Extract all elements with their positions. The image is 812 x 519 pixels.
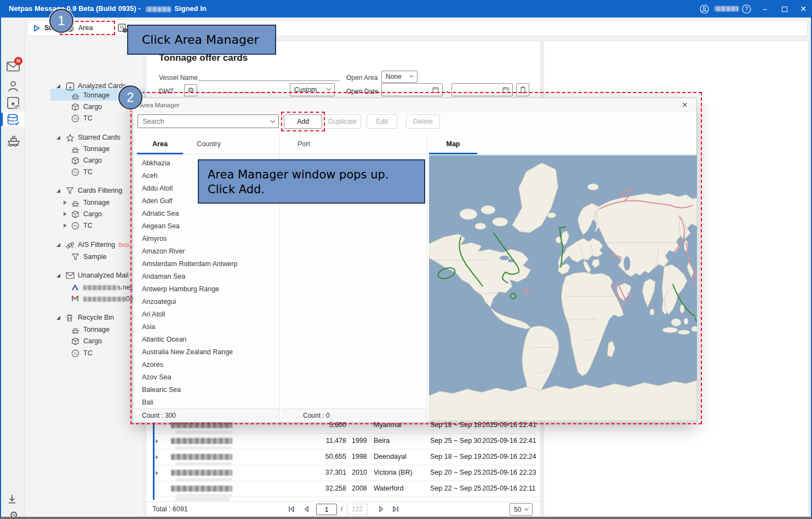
table-row[interactable]: 37,301 2010 Victoria (BR) Sep 20 ~ Sep 2… [153, 465, 536, 481]
prev-page-button[interactable] [302, 505, 311, 514]
tree-label: Starred Cards [78, 134, 121, 141]
new-mail-badge: N [14, 57, 22, 65]
cell-updated: 2025-09-16 22:11 [482, 485, 536, 492]
expanded-icon[interactable] [56, 84, 60, 88]
chevron-down-icon [524, 508, 529, 511]
first-page-button[interactable] [288, 505, 296, 514]
redacted-username [146, 7, 171, 12]
step-2-badge: 2 [118, 85, 142, 109]
titlebar: Netpas Message 0.9 Beta (Build 0935) - S… [1, 0, 811, 18]
row-expand-icon[interactable] [156, 471, 158, 475]
chevron-down-icon [409, 75, 414, 78]
minimize-button[interactable]: – [755, 0, 775, 18]
collapsed-icon[interactable] [64, 212, 67, 216]
pagination-bar: Total : 6091 / 122 50 [146, 501, 540, 516]
analyzed-cards-icon: ♠ [66, 82, 75, 91]
collapsed-icon[interactable] [64, 223, 67, 228]
tc-circle-icon: TC [71, 349, 80, 358]
page-number-input[interactable] [316, 504, 337, 515]
last-page-button[interactable] [392, 505, 401, 514]
play-icon [33, 25, 40, 32]
tree-label: TC [83, 168, 93, 176]
tc-circle-icon: TC [71, 168, 80, 177]
satellite-icon [66, 241, 75, 250]
tree-label: TC [83, 114, 93, 122]
tree-label: Cargo [83, 210, 102, 218]
maximize-button[interactable] [775, 0, 794, 18]
cell-updated: 2025-09-16 22:41 [482, 437, 536, 445]
settings-gear-icon[interactable]: ⚙ [7, 509, 21, 519]
cell-port: Waterford [374, 485, 403, 492]
cell-laycan: Sep 20 ~ Sep 25 [430, 469, 481, 476]
svg-text:TC: TC [73, 117, 77, 120]
svg-text:♠: ♠ [69, 85, 72, 90]
tc-circle-icon: TC [71, 114, 80, 123]
redacted-vessel-name [171, 470, 232, 476]
tonnage-ship-icon [71, 326, 80, 335]
collapsed-icon[interactable] [64, 200, 67, 205]
cell-port: Deendayal [374, 453, 407, 460]
row-expand-icon[interactable] [156, 455, 158, 459]
ship-icon[interactable] [7, 134, 21, 147]
expanded-icon[interactable] [56, 274, 60, 278]
redacted-vessel-name [171, 454, 232, 460]
total-pages-box: 122 [347, 504, 368, 515]
tree-label: Cargo [83, 103, 102, 111]
active-rail-indicator [1, 113, 3, 126]
close-button[interactable]: ✕ [794, 0, 812, 18]
left-rail: N ♠ ⚙ [1, 18, 25, 517]
account-icon[interactable] [698, 0, 710, 18]
tree-label: Recycle Bin [78, 314, 114, 321]
callout-line: Click Add. [208, 182, 424, 197]
help-icon[interactable]: ? [739, 0, 754, 18]
tree-label: Tonnage [83, 199, 110, 206]
row-expand-icon[interactable] [156, 439, 158, 443]
tc-circle-icon: TC [71, 222, 80, 230]
cell-dwt: 37,301 [308, 469, 346, 476]
next-page-button[interactable] [378, 505, 386, 514]
tree-label: TC [83, 222, 93, 229]
vessel-name-label: Vessel Name [159, 74, 198, 82]
mail-provider-logo [71, 284, 80, 292]
cell-laycan: Sep 25 ~ Sep 30 [430, 437, 481, 445]
annotation-box-dialog [130, 92, 702, 424]
beta-tag: Beta [118, 242, 130, 248]
expanded-icon[interactable] [56, 243, 60, 247]
tree-label: Tonnage [83, 145, 110, 153]
table-row[interactable]: 11,478 1999 Beira Sep 25 ~ Sep 30 2025-0… [153, 434, 536, 449]
gmail-icon [71, 295, 80, 304]
table-row[interactable]: 32,258 2008 Waterford Sep 22 ~ Sep 25 20… [153, 481, 536, 497]
card-log-icon[interactable] [118, 20, 128, 36]
open-area-label: Open Area [346, 74, 378, 82]
tonnage-ship-icon [71, 199, 80, 207]
svg-text:TC: TC [73, 352, 77, 355]
tree-label: AIS FilteringBeta [78, 241, 130, 249]
open-area-select[interactable]: None [381, 71, 418, 83]
envelope-icon [66, 272, 75, 280]
cell-port: Beira [374, 437, 390, 445]
contacts-icon[interactable] [7, 80, 21, 93]
cell-year: 2008 [352, 485, 367, 492]
redacted-email [83, 297, 126, 302]
vessel-name-input[interactable] [198, 71, 340, 81]
expanded-icon[interactable] [56, 189, 60, 193]
download-icon[interactable] [7, 494, 21, 507]
redacted-account-name [714, 6, 739, 11]
tree-label: TC [83, 349, 93, 357]
analyzed-cards-database-icon[interactable] [7, 114, 21, 127]
callout-line: Area Manager window pops up. [208, 168, 424, 182]
svg-text:?: ? [745, 6, 748, 12]
expanded-icon[interactable] [56, 136, 60, 140]
expanded-icon[interactable] [56, 316, 60, 320]
redacted-subline [175, 494, 232, 498]
cell-laycan: Sep 22 ~ Sep 25 [430, 485, 481, 492]
cell-updated: 2025-09-16 22:23 [482, 469, 536, 476]
cards-icon[interactable]: ♠ [7, 96, 21, 109]
cargo-box-icon [71, 157, 80, 165]
cell-year: 2010 [352, 469, 367, 476]
table-row[interactable]: 50,655 1998 Deendayal Sep 18 ~ Sep 19 20… [153, 449, 536, 465]
star-icon [66, 134, 75, 142]
cargo-box-icon [71, 337, 80, 346]
page-size-select[interactable]: 50 [510, 503, 533, 516]
cell-port: Victoria (BR) [374, 469, 413, 476]
